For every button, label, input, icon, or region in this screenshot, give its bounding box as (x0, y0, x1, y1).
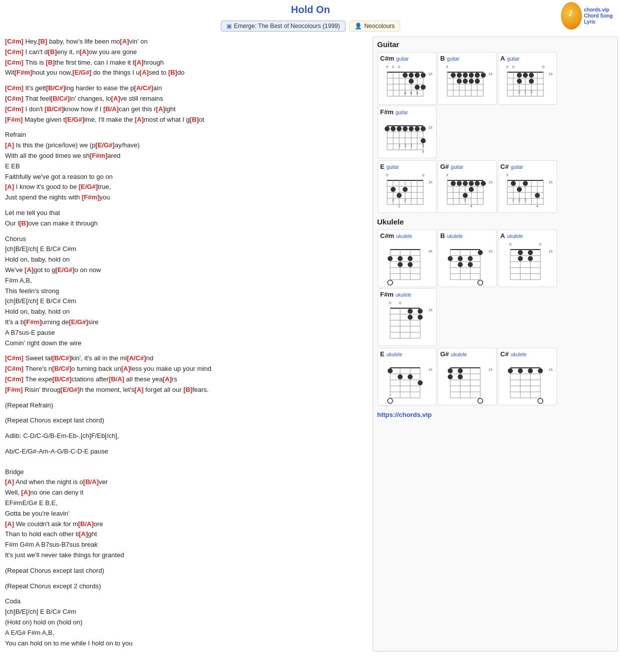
lyric-line: Comin' right down the wire (5, 338, 368, 349)
svg-point-179 (398, 256, 403, 261)
svg-text:1fr: 1fr (428, 125, 432, 130)
svg-point-44 (475, 73, 480, 78)
album-bar: ▣ Emerge: The Best of Neocolours (1999) … (0, 21, 621, 32)
lyric-line: [C#m] That feel[B/C#]in' changes, lo[A]v… (5, 94, 368, 104)
svg-point-66 (517, 73, 522, 78)
svg-point-47 (463, 79, 468, 84)
site-url[interactable]: https://chords.vip (377, 411, 613, 418)
svg-point-22 (421, 85, 426, 90)
lyric-line: It's a b[F#m]urning de[E/G#]sire (5, 317, 368, 328)
fret-diagram: x o o 1fr (502, 63, 552, 103)
svg-text:3: 3 (530, 90, 532, 94)
lyric-line: [ch]B/E[/ch] E B/C# C#m (5, 244, 368, 255)
svg-text:3: 3 (464, 198, 466, 202)
chord-type-link[interactable]: ukulele (387, 352, 403, 357)
svg-point-68 (529, 73, 534, 78)
svg-point-251 (388, 398, 393, 403)
chord-type-link[interactable]: ukulele (447, 234, 463, 239)
lyric-line: F#m A,B, (5, 276, 368, 286)
svg-point-90 (403, 126, 408, 131)
chord-type-link[interactable]: ukulele (511, 352, 527, 357)
svg-point-215 (518, 250, 523, 255)
chord-type-link[interactable]: ukulele (507, 234, 523, 239)
chord-type-link[interactable]: guitar (447, 56, 459, 62)
lyric-line: A B7sus-E pause (5, 328, 368, 338)
chord-box-cshm-ukulele[interactable]: C#m ukulele 3fr (378, 230, 437, 287)
chord-name: C# (500, 163, 509, 170)
svg-point-46 (457, 79, 462, 84)
svg-text:4: 4 (470, 204, 472, 208)
chord-box-cshm-guitar[interactable]: C#m guitar x x o 1fr (378, 52, 437, 105)
chord-box-a-ukulele[interactable]: A ukulele o o 1fr (498, 230, 557, 287)
chord-type-link[interactable]: ukulele (396, 234, 412, 239)
svg-text:3: 3 (410, 91, 412, 95)
lyric-line: EF#mE/G# E B,E, (5, 498, 368, 509)
lyric-line: [C#m] There's n[B/C#]o turning back un[A… (5, 364, 368, 374)
svg-point-140 (481, 181, 486, 186)
lyric-line: It's just we'll never take things for gr… (5, 550, 368, 561)
chord-box-gsh-guitar[interactable]: G# guitar x 1fr (438, 160, 497, 213)
svg-point-19 (421, 73, 426, 78)
fret-diagram-uke: 1fr (382, 359, 432, 404)
chord-type-link[interactable]: ukulele (451, 352, 467, 357)
chord-box-b-guitar[interactable]: B guitar x 1fr (438, 52, 497, 105)
chord-name: B (440, 55, 445, 62)
svg-point-281 (528, 368, 533, 373)
lyric-line: Well, [A]no one can deny it (5, 488, 368, 498)
album-badge[interactable]: ▣ Emerge: The Best of Neocolours (1999) (221, 21, 346, 32)
chord-name: F#m (380, 108, 394, 116)
chord-box-fshm-ukulele[interactable]: F#m ukulele o o 1fr (378, 288, 437, 346)
chord-box-csh-guitar[interactable]: C# guitar x 1fr (498, 160, 557, 213)
svg-point-263 (448, 368, 453, 373)
svg-point-198 (468, 256, 473, 261)
chord-type-link[interactable]: guitar (387, 164, 399, 170)
svg-point-217 (518, 256, 523, 261)
chord-box-fshm-guitar[interactable]: F#m guitar 1fr (378, 106, 437, 158)
svg-text:x: x (392, 64, 395, 69)
lyric-line: (Hold on) hold on (hold on) (5, 617, 368, 628)
svg-point-266 (458, 374, 463, 379)
lyric-line: (Repeat Chorus except last chord) (5, 415, 368, 426)
chord-type-link[interactable]: guitar (511, 164, 523, 170)
svg-point-139 (475, 181, 480, 186)
svg-point-267 (478, 398, 483, 403)
fret-diagram: 1fr (382, 117, 432, 157)
svg-text:1fr: 1fr (488, 249, 492, 254)
chord-box-e-ukulele[interactable]: E ukulele 1fr (378, 348, 437, 405)
artist-label: Neocolours (364, 23, 395, 30)
lyric-line: (Repeat Chorus except 2 chords) (5, 581, 368, 592)
chord-type-link[interactable]: guitar (451, 164, 463, 170)
fret-diagram-uke: 1fr (502, 359, 552, 404)
lyric-line: F#m G#m A B7sus-B7sus break (5, 540, 368, 550)
lyric-line: A E/G# F#m A,B, (5, 628, 368, 638)
chord-box-csh-ukulele[interactable]: C# ukulele 1fr (498, 348, 557, 405)
svg-text:4: 4 (422, 150, 424, 153)
chord-box-e-guitar[interactable]: E guitar o o 1fr (378, 160, 437, 213)
chord-box-gsh-ukulele[interactable]: G# ukulele 1fr (438, 348, 497, 405)
album-label: Emerge: The Best of Neocolours (1999) (234, 23, 340, 30)
chord-box-b-ukulele[interactable]: B ukulele 1fr (438, 230, 497, 287)
svg-text:3: 3 (524, 198, 526, 202)
fret-diagram: x x o 1fr (382, 63, 432, 103)
svg-point-89 (397, 126, 402, 131)
svg-point-136 (457, 181, 462, 186)
svg-text:2: 2 (392, 198, 394, 202)
lyric-line: This feelin's strong (5, 286, 368, 297)
chord-type-link[interactable]: guitar (396, 56, 409, 62)
svg-point-49 (475, 79, 480, 84)
chord-type-link[interactable]: ukulele (396, 292, 412, 298)
svg-text:x: x (446, 172, 449, 177)
artist-badge[interactable]: 👤 Neocolours (349, 21, 400, 32)
site-logo[interactable]: chords.vipChord Song Lyric (561, 2, 616, 30)
chord-box-a-guitar[interactable]: A guitar x o o 1fr (498, 52, 557, 105)
svg-point-218 (528, 256, 533, 261)
svg-text:o: o (509, 242, 511, 247)
svg-point-280 (518, 368, 523, 373)
chord-type-link[interactable]: guitar (396, 110, 408, 115)
svg-point-87 (385, 126, 390, 131)
chord-type-link[interactable]: guitar (507, 56, 519, 62)
section-label: Coda (5, 596, 368, 607)
fret-diagram-uke: o o 1fr (382, 299, 432, 344)
fret-diagram-uke: 1fr (442, 241, 492, 286)
svg-text:o: o (539, 242, 541, 247)
